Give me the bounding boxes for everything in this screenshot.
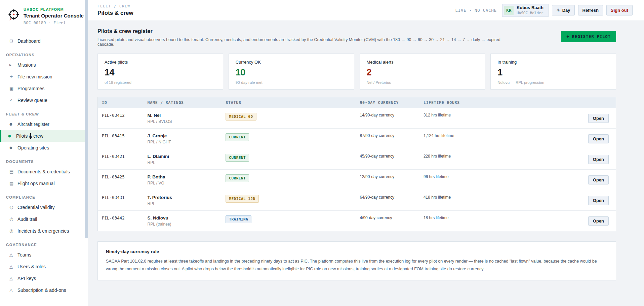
stat-label: Medical alerts [367,60,478,65]
topbar: FLEET / CREW Pilots & crew LIVE · NO CAC… [88,0,644,21]
sidebar-scrollbar[interactable] [85,0,88,306]
pilot-ratings: RPL / NIGHT [148,140,218,144]
plus-icon: + [9,74,17,79]
pilot-id: PIL-03412 [98,108,144,129]
open-button[interactable]: Open [588,216,609,226]
sidebar-item-audit-trail[interactable]: ◎ Audit trail [0,213,85,225]
col-header-lifetime-hours: LIFETIME HOURS [419,97,545,108]
sidebar-item-label: Programmes [17,86,44,91]
breadcrumb[interactable]: FLEET / CREW [97,4,133,8]
main-content: Pilots & crew register Licensed pilots a… [88,21,644,306]
sidebar-item-missions[interactable]: ▸ Missions [0,59,85,71]
sidebar-item-flight-ops-manual[interactable]: ▤ Flight ops manual [0,177,85,189]
lifetime-cell: 18 hrs lifetime [419,211,545,231]
sidebar-item-label: Audit trail [17,216,37,222]
currency-cell: 12/90-day currency [356,170,419,190]
pilot-id: PIL-03415 [98,129,144,149]
triangle-icon: △ [9,264,17,269]
currency-cell: 87/90-day currency [356,129,419,149]
sidebar-section-fleet-crew: FLEET & CREW [0,111,85,118]
sidebar-nav: ⊡ Dashboard OPERATIONS ▸ Missions + File… [0,32,85,296]
brand-tenant: ROC-00189 · Fleet [24,21,84,25]
sidebar-item-operating-sites[interactable]: ● Operating sites [0,142,85,154]
brand-block: UASOC PLATFORM Tenant Operator Console R… [0,0,85,32]
open-button[interactable]: Open [588,196,609,205]
sidebar-item-dashboard[interactable]: ⊡ Dashboard [0,35,85,47]
stat-sub: Ndlovu — RPL progression [497,80,609,84]
sidebar-item-label: File new mission [17,74,52,79]
sidebar-item-credential-validity[interactable]: ◎ Credential validity [0,201,85,213]
stat-cards: Active pilots 14 of 18 registered Curren… [97,54,616,90]
pilot-id: PIL-03425 [98,170,144,190]
table-row: PIL-03421 L. DlaminiRPL CURRENT 45/90-da… [98,149,616,170]
sidebar-item-incidents-emergencies[interactable]: ◎ Incidents & emergencies [0,225,85,237]
lifetime-cell: 228 hrs lifetime [419,149,545,170]
dot-icon: ● [9,122,17,126]
sidebar-item-users-roles[interactable]: △ Users & roles [0,261,85,272]
triangle-icon: △ [9,252,17,257]
stat-sub: 90-day rule met [236,80,347,84]
col-header-name-ratings: NAME / RATINGS [144,97,222,108]
status-badge: CURRENT [226,154,249,162]
stat-sub: of 18 registered [105,80,216,84]
register-header: Pilots & crew register Licensed pilots a… [97,28,616,47]
status-badge: CURRENT [226,133,249,141]
sidebar-item-programmes[interactable]: ▣ Programmes [0,82,85,94]
note-heading: Ninety-day currency rule [106,249,608,254]
col-header-status: STATUS [222,97,356,108]
dot-icon: ● [9,146,17,149]
target-icon: ◎ [9,216,17,222]
register-pilot-button[interactable]: + REGISTER PILOT [561,31,616,42]
sidebar-item-label: Missions [17,62,36,68]
pilot-id: PIL-03442 [98,211,144,231]
open-button[interactable]: Open [588,114,609,123]
pilot-ratings: RPL / BVLOS [148,119,218,124]
table-row: PIL-03425 P. BothaRPL / VO CURRENT 12/90… [98,170,616,190]
topbar-left: FLEET / CREW Pilots & crew [97,4,133,16]
sidebar-item-label: Aircraft register [17,122,49,127]
pilot-name: J. Cronje [148,133,218,138]
signout-button[interactable]: Sign out [606,5,633,15]
avatar: KR [504,6,514,15]
sidebar-item-pilots-crew[interactable]: ● Pilots & crew [0,130,85,142]
pilot-name: L. Dlamini [148,154,218,159]
pilot-name: P. Botha [148,174,218,179]
status-badge: MEDICAL 12D [226,195,258,203]
pilot-ratings: RPL (trainee) [148,222,218,227]
open-button[interactable]: Open [588,175,609,184]
sidebar-item-api-keys[interactable]: △ API keys [0,272,85,284]
table-header-row: ID NAME / RATINGS STATUS 90-DAY CURRENCY… [98,97,616,108]
stat-label: Currency OK [236,60,347,65]
theme-toggle-button[interactable]: ☼ Day [552,5,575,15]
sidebar: UASOC PLATFORM Tenant Operator Console R… [0,0,85,306]
sidebar-item-label: Subscription & add-ons [17,287,66,293]
sidebar-item-documents-credentials[interactable]: ▤ Documents & credentials [0,166,85,177]
sidebar-section-governance: GOVERNANCE [0,241,85,249]
lifetime-cell: 96 hrs lifetime [419,170,545,190]
pilot-name: M. Nel [148,113,218,118]
sidebar-item-label: Operating sites [17,145,49,150]
table-row: PIL-03412 M. NelRPL / BVLOS MEDICAL 6D 1… [98,108,616,129]
currency-cell: 45/90-day currency [356,149,419,170]
user-chip[interactable]: KR Kobus Raath UASOC Holder [502,4,549,17]
stat-card-medical-alerts: Medical alerts 2 Nel / Pretorius [360,54,485,90]
document-icon: ▤ [9,169,17,174]
sidebar-item-subscription-addons[interactable]: △ Subscription & add-ons [0,284,85,296]
scrollbar-thumb[interactable] [85,0,88,238]
pilot-name: S. Ndlovu [148,215,218,220]
stat-label: In training [497,60,609,65]
open-button[interactable]: Open [588,155,609,164]
col-header-90day-currency: 90-DAY CURRENCY [356,97,419,108]
sidebar-item-review-queue[interactable]: ✓ Review queue [0,94,85,106]
currency-rule-note: Ninety-day currency rule SACAA Part 101.… [97,241,616,280]
status-badge: MEDICAL 6D [226,113,256,121]
brand-product: Tenant Operator Console [24,13,84,19]
sidebar-item-aircraft-register[interactable]: ● Aircraft register [0,118,85,130]
refresh-button[interactable]: Refresh [578,5,603,15]
status-badge: TRAINING [226,215,251,223]
sidebar-item-file-new-mission[interactable]: + File new mission [0,71,85,82]
sidebar-item-teams[interactable]: △ Teams [0,249,85,261]
programmes-icon: ▣ [9,86,17,91]
open-button[interactable]: Open [588,134,609,143]
stat-value: 14 [105,67,216,78]
